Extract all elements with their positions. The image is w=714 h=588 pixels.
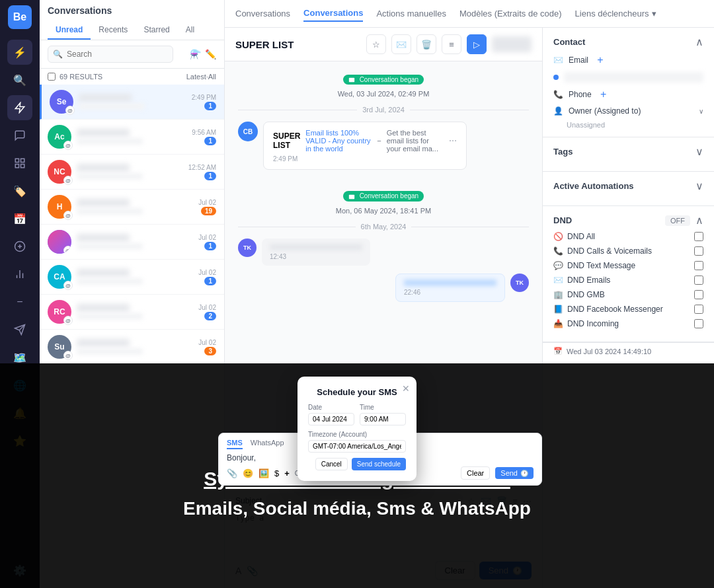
cancel-btn[interactable]: Cancel [315,458,348,470]
message-row: CB SUPER LIST Email lists 100% VALID - A… [238,122,529,170]
send-schedule-btn[interactable]: Send schedule [352,458,406,470]
timestamp-bar: 📅 Wed Jul 03 2024 14:49:10 [543,342,714,359]
dnd-gmb-checkbox[interactable] [694,290,703,299]
dnd-all-checkbox[interactable] [694,232,703,241]
conv-item[interactable]: @ Jul 02 1 [40,225,224,260]
date-divider2: 6th May, 2024 [238,223,529,231]
sms-tab-whatsapp[interactable]: WhatsApp [251,439,284,449]
conversations-title: Conversations [48,5,112,16]
filter-icon[interactable]: ⚗️ [190,49,201,59]
phone-row: 📞 Phone + [553,88,703,101]
conv-item[interactable]: H @ Jul 02 19 [40,190,224,225]
conv-item[interactable]: Se @ 2:49 PM 1 [40,85,224,120]
tab-all[interactable]: All [178,21,202,40]
modal-close-icon[interactable]: ✕ [402,383,410,394]
conv-tabs: Unread Recents Starred All [48,21,216,40]
conv-main-header: SUPER LIST ☆ ✉️ 🗑️ ≡ ▷ [225,28,542,61]
dnd-calls-icon: 📞 [553,246,563,256]
nav-icon-send[interactable] [7,317,32,342]
chevron-up-icon[interactable]: ∧ [695,36,703,48]
select-all-checkbox[interactable] [48,73,56,81]
message-row: TK 12:43 [238,239,529,266]
expand-action-btn[interactable]: ▷ [467,34,487,54]
dnd-emails-checkbox[interactable] [694,276,703,285]
msg-more-icon[interactable]: ⋯ [449,136,457,145]
sms-send-btn[interactable]: Send 🕐 [495,467,534,479]
nav-icon-grid[interactable] [7,151,32,176]
sms-tab-active[interactable]: SMS [227,439,243,449]
conv-item[interactable]: NC @ 12:52 AM 1 [40,155,224,190]
app-logo: Be [8,5,32,29]
conv-badge: 1 [204,172,216,180]
conv-item[interactable]: CA @ Jul 02 1 [40,260,224,295]
nav-icon-minus[interactable]: − [7,289,32,314]
at-sign-icon: @ [63,211,73,220]
chevron-down-owner[interactable]: ∨ [699,108,703,115]
sms-dollar-icon[interactable]: $ [274,468,279,478]
conv-preview [77,348,143,355]
nav-manual-actions[interactable]: Actions manuelles [376,6,446,21]
compose-icon[interactable]: ✏️ [205,49,216,59]
message-avatar: CB [238,122,258,141]
chevron-down-tags[interactable]: ∨ [695,145,703,158]
dnd-text-checkbox[interactable] [694,261,703,270]
time-input[interactable] [360,413,406,425]
sms-image-icon[interactable]: 🖼️ [258,468,269,478]
tab-recents[interactable]: Recents [91,21,136,40]
timestamp-text: Wed Jul 03 2024 14:49:10 [567,348,651,355]
add-phone-btn[interactable]: + [597,88,610,101]
dnd-facebook-checkbox[interactable] [694,305,703,314]
nav-icon-plus[interactable] [7,234,32,259]
email-action-btn[interactable]: ✉️ [391,34,411,54]
star-action-btn[interactable]: ☆ [366,34,386,54]
at-sign-icon: @ [63,141,73,150]
nav-icon-calendar[interactable]: 📅 [7,206,32,231]
conv-name [77,269,130,277]
dnd-gmb-icon: 🏢 [553,290,563,299]
date-field: Date [308,404,354,425]
conv-item[interactable]: Ac @ 9:56 AM 1 [40,120,224,155]
sms-clock-icon[interactable]: 🕐 [520,470,528,477]
conv-name [77,304,130,312]
results-bar: 69 RESULTS Latest·All [40,69,224,85]
dnd-facebook-icon: 📘 [553,305,563,314]
tab-unread[interactable]: Unread [48,21,91,40]
time-label: Time [360,404,406,411]
nav-icon-bolt[interactable] [7,95,32,120]
message-avatar: TK [238,239,257,257]
timezone-input[interactable] [308,440,406,453]
chevron-up-dnd[interactable]: ∧ [695,214,703,227]
dnd-calls-checkbox[interactable] [694,246,703,256]
conv-began-badge2: Conversation began [343,191,424,201]
search-input[interactable] [48,46,173,63]
nav-conversations[interactable]: Conversations [235,6,290,21]
sms-plus-icon[interactable]: + [284,468,290,478]
delete-action-btn[interactable]: 🗑️ [416,34,436,54]
conv-item[interactable]: RC @ Jul 02 2 [40,295,224,330]
nav-icon-chart[interactable] [7,262,32,287]
schedule-modal: Schedule your SMS ✕ Date Time Timezone (… [298,377,416,481]
dnd-incoming-checkbox[interactable] [694,319,703,328]
sms-clear-btn[interactable]: Clear [461,466,490,480]
nav-icon-lightning[interactable]: ⚡ [7,40,32,65]
filter-action-btn[interactable]: ≡ [442,34,461,54]
tags-title: Tags [553,147,573,157]
chevron-down-automations[interactable]: ∨ [695,180,703,192]
nav-icon-search[interactable]: 🔍 [7,67,32,92]
conv-main-title: SUPER LIST [235,39,294,50]
sort-label[interactable]: Latest·All [186,73,216,81]
conv-badge: 1 [204,137,216,145]
nav-conversations-active[interactable]: Conversations [303,5,363,22]
nav-triggers[interactable]: Liens déclencheurs ▾ [575,6,656,21]
contact-title: Contact [553,37,585,47]
nav-icon-tag[interactable]: 🏷️ [7,178,32,203]
conv-item[interactable]: Su @ Jul 02 3 [40,330,224,365]
add-email-btn[interactable]: + [594,54,607,67]
sms-attach-icon[interactable]: 📎 [227,468,237,478]
tab-starred[interactable]: Starred [136,21,177,40]
sms-emoji-icon[interactable]: 😊 [243,468,253,478]
nav-icon-chat[interactable] [7,123,32,148]
dnd-toggle[interactable]: OFF [665,215,690,226]
date-input[interactable] [308,413,354,425]
nav-models[interactable]: Modèles (Extraits de code) [459,6,562,21]
